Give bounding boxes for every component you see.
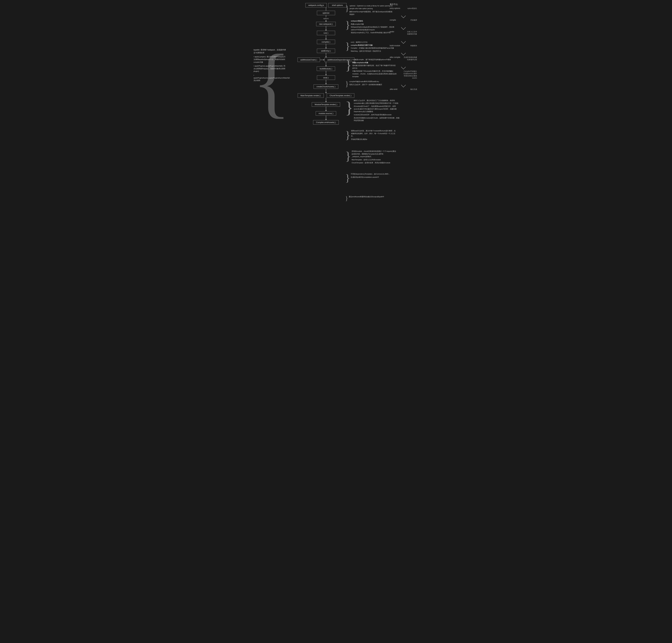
info-panel-4: } run触发compile，接下来就是开始构建options中模块 构建com… — [345, 58, 397, 78]
panel5-item-1: compile中触发make事件并调用addEntry — [349, 80, 382, 83]
chevron-6 — [401, 83, 406, 87]
arrow-chain-build — [326, 62, 326, 66]
panel10-list: 通过emitAssets将最终的js输出到output的path中 — [349, 195, 384, 198]
event-desc-after-emit: 输出完成 — [411, 88, 417, 90]
seal-step: seal( ) — [317, 75, 335, 80]
new-webpack-box: new webpack( ) — [316, 22, 336, 26]
arrow-chunks-templates — [326, 89, 326, 93]
panel10-item-1: 通过emitAssets将最终的js输出到output的path中 — [349, 195, 384, 198]
arrow-compile-addentry — [326, 44, 326, 49]
panel6-item-1: 解析入口js文件，通过对应的工厂方法创建模块，保存到compilation象上(… — [354, 99, 400, 105]
panel8-list: 所有的module，chunk仍然保存的是通过一个个require()整合起来的… — [352, 150, 397, 164]
event-name-build-module: build-module — [390, 45, 403, 47]
chevron-2 — [401, 25, 406, 30]
info-panel-1: } optimist：Optimist is a node.js library… — [345, 4, 394, 16]
compile-box: compile( ) — [317, 40, 335, 44]
arrow-seal-chunks — [326, 80, 326, 84]
event-name-compile: compile — [390, 19, 403, 21]
emit-assets-step: Compiler.emitAssets( ) — [313, 120, 339, 124]
optimist-box: optimist — [317, 11, 335, 15]
panel3-item-1: run()：编译的入口方法 — [351, 41, 394, 44]
panel3-list: run()：编译的入口方法 compiler具体划分为两个对象 Compiler… — [351, 41, 394, 52]
module-template-step: ModuleTemplate.render( ) — [312, 102, 340, 107]
info-panel-3: } run()：编译的入口方法 compiler具体划分为两个对象 Compil… — [345, 41, 394, 52]
event-desc-emit: Compiler开始输出生成的assets,插件有最后的机会修改assets — [403, 70, 417, 79]
event-emit: emit Compiler开始输出生成的assets,插件有最后的机会修改ass… — [390, 70, 417, 79]
new-webpack-step: new webpack( ) — [316, 22, 336, 26]
chunk-template-box: ChunkTemplate.render( ) — [327, 93, 354, 98]
panel1-list: optimist：Optimist is a node.js library f… — [350, 4, 393, 16]
panel8-item-2: MainTemplate：处理入口文件的module — [352, 158, 397, 161]
panel9-list: 不同的dependencyTemplates，如CommonJs,AMD... … — [351, 173, 390, 179]
build-module-step: buildModule( ) — [317, 66, 335, 71]
add-module-chain-box: addModuleChain( ) — [297, 58, 320, 62]
panel1-item-2: 解析shell与config中的配置项，用于激活webpack的加载项和插件 — [350, 11, 393, 16]
event-desc-compile: 开始编译 — [411, 19, 417, 21]
options-connector: options — [323, 15, 329, 22]
panel8-item-1: 所有的module，chunk仍然保存的是通过一个个require()整合起来的… — [352, 150, 397, 158]
event-name-after-compile: after-compile — [390, 56, 403, 58]
info-panel-8: } 所有的module，chunk仍然保存的是通过一个个require()整合起… — [345, 150, 397, 164]
event-sidebar-title: 事件节点: — [390, 3, 417, 6]
event-name-after-emit: after-emit — [390, 88, 403, 90]
brace-10: } — [345, 195, 348, 202]
seal-box: seal( ) — [317, 75, 335, 80]
panel1-item-1: optimist：Optimist is a node.js library f… — [350, 4, 393, 10]
panel3-item-2: compiler具体划分为两个对象 — [351, 44, 394, 47]
brace-6: } — [345, 99, 353, 116]
main-template-box: MainTemplate.render( ) — [298, 93, 324, 98]
tapable-list: apply(),plugin(): 通过各自插件中的apply方法调用tapab… — [254, 56, 287, 82]
addentry-step: addEntry( ) — [317, 49, 335, 53]
event-name-emit: emit — [390, 70, 403, 72]
event-desc-build-module: 构建模块 — [411, 45, 417, 47]
event-after-emit: after-emit 输出完成 — [390, 88, 417, 90]
line-opt-2 — [326, 20, 326, 22]
event-entry-options: entry-options option初始化 — [390, 7, 417, 10]
event-name-entry-options: entry-options — [390, 7, 403, 9]
panel6-item-3: module已经build完毕，此时开始处理依赖的module — [354, 113, 400, 116]
options-label: options — [323, 17, 329, 20]
event-desc-after-compile: 完成所有模块构建 结束编译过程 — [404, 56, 417, 61]
chevron-3 — [401, 39, 406, 44]
tapable-title: tapable: 贯穿整个webpack，实现插件绑定与调用的库 — [254, 48, 287, 54]
panel6-item-2: 对module进行build了，包括调用loader处理源文件，使用acorn生… — [354, 105, 400, 113]
tapable-item-1: apply(),plugin(): 通过各自插件中的apply方法调用tapab… — [254, 56, 287, 63]
panel7-list: 调用seal方法封装，逐次对每个module和chunk进行整理，生成编译后的源… — [351, 130, 396, 141]
brace-9: } — [345, 173, 350, 183]
addentry-box: addEntry( ) — [317, 49, 335, 53]
brace-7: } — [345, 130, 351, 141]
brace-2: } — [345, 20, 350, 30]
info-panel-10: } 通过emitAssets将最终的js输出到output的path中 — [345, 195, 384, 202]
arrow-build-seal — [326, 71, 326, 75]
panel6-list: 解析入口js文件，通过对应的工厂方法创建模块，保存到compilation象上(… — [354, 99, 400, 122]
panel3-item-4: Watching：监听文件变化的一些处理方法 — [351, 50, 394, 52]
template-row: MainTemplate.render( ) ChunkTemplate.ren… — [298, 93, 354, 98]
run-step: run( ) — [317, 31, 335, 35]
info-panel-2: } webpack初始化 构建compiler对象 WebpackOptions… — [345, 20, 397, 34]
event-desc-entry-options: option初始化 — [407, 7, 417, 10]
tapable-item-2: applyPlugins(),applyPluginsWaterfall(): … — [254, 65, 287, 73]
module-template-box: ModuleTemplate.render( ) — [312, 102, 340, 107]
brace-4: } — [345, 58, 352, 72]
chevron-1 — [401, 13, 406, 18]
panel6-item-4: 异步的对依赖的module进行build，如果依赖中仍有依赖，则循环处理其依赖 — [354, 117, 400, 122]
arrow-source-emit — [326, 116, 326, 120]
webpack-config-box: webpack.config.js — [305, 3, 327, 8]
arrow-new-webpack-run — [326, 26, 326, 31]
line-opt-1 — [326, 15, 326, 17]
arrow-chain-deps — [320, 60, 325, 60]
build-module-box: buildModule( ) — [317, 66, 335, 71]
arrow-module-template-source — [326, 107, 326, 111]
run-box: run( ) — [317, 31, 335, 35]
event-compile: compile 开始编译 — [390, 19, 417, 21]
panel8-item-3: ChunkTemplate：处理非首屏，而异步加载的module — [352, 161, 397, 164]
chevron-5 — [401, 64, 406, 69]
event-desc-make: 分析入口文件 创建模块对象 — [407, 31, 417, 35]
arrow-templates-module — [326, 98, 326, 102]
shell-options-box: shell options — [328, 3, 346, 8]
module-source-box: module.source( ) — [316, 111, 336, 116]
event-make: make 分析入口文件 创建模块对象 — [390, 31, 417, 35]
module-source-step: module.source( ) — [316, 111, 336, 116]
brace-5: } — [345, 80, 349, 87]
panel7-item-1: 调用seal方法封装，逐次对每个module和chunk进行整理，生成编译后的源… — [351, 130, 396, 137]
